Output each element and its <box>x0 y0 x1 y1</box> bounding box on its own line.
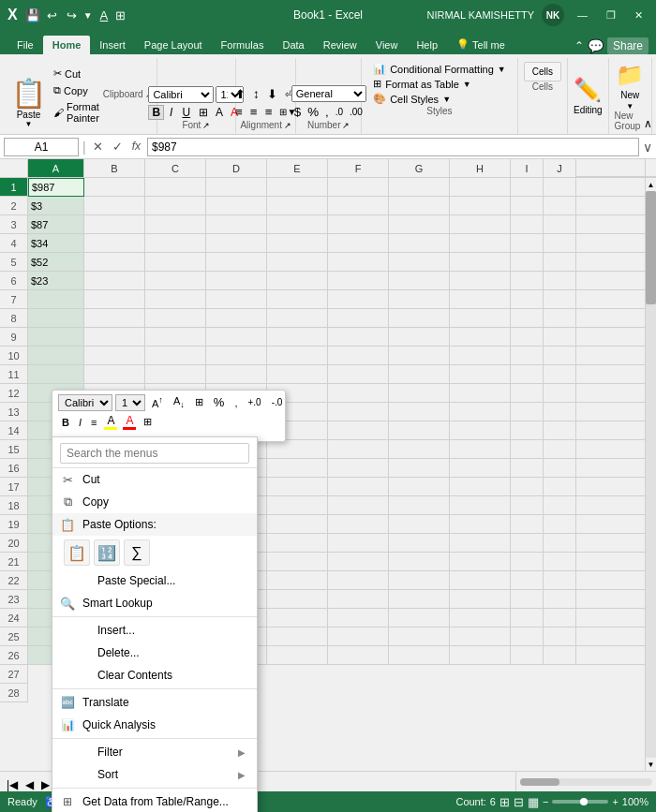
align-bottom-button[interactable]: ⬇ <box>264 86 280 102</box>
comma-button[interactable]: , <box>322 104 332 120</box>
paste-icon-1[interactable]: 📋 <box>64 539 90 566</box>
ctx-get-data-item[interactable]: ⊞ Get Data from Table/Range... <box>52 790 257 812</box>
font-family-select[interactable]: Calibri <box>148 86 214 103</box>
cells-button[interactable]: Cells <box>524 62 561 81</box>
ctx-clear-contents-item[interactable]: Clear Contents <box>52 664 257 687</box>
conditional-formatting-button[interactable]: 📊 Conditional Formatting ▼ <box>369 62 510 76</box>
ribbon-collapse-btn[interactable]: ∧ <box>644 117 652 130</box>
ctx-insert-item[interactable]: Insert... <box>52 619 257 642</box>
tab-page-layout[interactable]: Page Layout <box>135 36 212 54</box>
formula-input[interactable] <box>147 138 639 156</box>
h-scroll-thumb[interactable] <box>520 778 559 786</box>
comments-btn[interactable]: 💬 <box>588 38 604 53</box>
tab-review[interactable]: Review <box>314 36 366 54</box>
percent-button[interactable]: % <box>305 104 321 120</box>
alignment-expand-icon[interactable]: ↗ <box>284 121 291 130</box>
formula-cancel-btn[interactable]: ✕ <box>90 139 106 155</box>
underline-button[interactable]: U <box>178 105 194 120</box>
border-button[interactable]: ⊞ <box>196 105 211 120</box>
formula-expand-btn[interactable]: ∨ <box>643 140 652 155</box>
paste-button[interactable]: 📋 Paste ▼ <box>7 62 50 130</box>
zoom-level[interactable]: 100% <box>622 796 649 807</box>
ctx-translate-item[interactable]: 🔤 Translate <box>52 691 257 714</box>
mini-font-color-btn[interactable]: A <box>121 413 138 431</box>
tab-home[interactable]: Home <box>43 36 91 54</box>
fill-color-button[interactable]: A <box>213 105 226 120</box>
copy-button[interactable]: ⧉ Copy <box>50 82 103 98</box>
mini-comma-btn[interactable]: , <box>231 395 241 410</box>
mini-increase-font-btn[interactable]: A↑ <box>148 393 167 411</box>
grid-icon[interactable]: ⊞ <box>115 8 126 22</box>
paste-icon-2[interactable]: 🔢 <box>94 539 120 566</box>
view-layout-btn[interactable]: ⊟ <box>514 795 524 809</box>
format-as-table-button[interactable]: ⊞ Format as Table ▼ <box>369 77 510 91</box>
number-expand-icon[interactable]: ↗ <box>342 121 350 130</box>
increase-decimal-button[interactable]: .0 <box>333 104 346 120</box>
paste-icon-3[interactable]: ∑ <box>124 539 150 566</box>
mini-bold-btn[interactable]: B <box>58 415 73 430</box>
new-group-arrow-icon[interactable]: ▼ <box>626 102 634 111</box>
tab-view[interactable]: View <box>366 36 408 54</box>
formula-confirm-btn[interactable]: ✓ <box>110 139 126 155</box>
tab-insert[interactable]: Insert <box>90 36 135 54</box>
insert-function-btn[interactable]: fx <box>129 139 143 155</box>
align-middle-button[interactable]: ↕ <box>250 86 262 102</box>
mini-font-select[interactable]: Calibri <box>58 394 112 411</box>
align-left-button[interactable]: ≡ <box>232 104 246 120</box>
currency-button[interactable]: $ <box>291 104 304 120</box>
user-avatar[interactable]: NK <box>542 4 564 26</box>
font-expand-icon[interactable]: ↗ <box>202 121 210 130</box>
ctx-quick-analysis-item[interactable]: 📊 Quick Analysis <box>52 714 257 736</box>
share-btn[interactable]: Share <box>607 37 649 54</box>
sheet-nav-prev-btn[interactable]: ◀ <box>22 778 37 791</box>
align-center-button[interactable]: ≡ <box>247 104 261 120</box>
ctx-delete-item[interactable]: Delete... <box>52 642 257 664</box>
mini-border-btn[interactable]: ⊞ <box>140 414 156 430</box>
paste-arrow[interactable]: ▼ <box>25 120 33 128</box>
ribbon-collapse-btn[interactable]: ⌃ <box>574 39 584 52</box>
mini-italic-btn[interactable]: I <box>75 415 85 430</box>
mini-dec-increase-btn[interactable]: +.0 <box>244 395 264 409</box>
italic-button[interactable]: I <box>166 105 176 120</box>
zoom-slider[interactable] <box>552 800 608 804</box>
bold-button[interactable]: B <box>148 105 164 120</box>
ctx-smart-lookup-item[interactable]: 🔍 Smart Lookup <box>52 592 257 614</box>
close-btn[interactable]: ✕ <box>629 7 649 23</box>
ctx-sort-item[interactable]: Sort ▶ <box>52 763 257 786</box>
search-menus-input[interactable] <box>60 443 249 464</box>
ctx-paste-special-item[interactable]: Paste Special... <box>52 569 257 592</box>
mini-decrease-font-btn[interactable]: A↓ <box>170 393 188 411</box>
view-pagebreak-btn[interactable]: ▦ <box>528 795 539 809</box>
tab-help[interactable]: Help <box>407 36 447 54</box>
format-painter-button[interactable]: 🖌 Format Painter <box>50 99 103 125</box>
view-normal-btn[interactable]: ⊞ <box>499 795 510 809</box>
mini-align-btn[interactable]: ≡ <box>87 415 100 430</box>
zoom-out-btn[interactable]: − <box>543 796 548 807</box>
customize-quick-access-btn[interactable]: ▼ <box>83 10 93 21</box>
ctx-copy-item[interactable]: ⧉ Copy <box>52 491 257 513</box>
sheet-nav-next-btn[interactable]: ▶ <box>38 778 52 791</box>
name-box[interactable] <box>4 138 79 156</box>
text-underline-icon[interactable]: A <box>100 8 109 22</box>
horizontal-scrollbar[interactable] <box>515 771 656 791</box>
number-format-select[interactable]: General <box>291 85 366 102</box>
tab-formulas[interactable]: Formulas <box>212 36 274 54</box>
ctx-filter-item[interactable]: Filter ▶ <box>52 741 257 763</box>
cell-styles-button[interactable]: 🎨 Cell Styles ▼ <box>369 92 510 106</box>
mini-percent-btn[interactable]: % <box>210 393 229 411</box>
align-top-button[interactable]: ⬆ <box>232 86 248 102</box>
restore-btn[interactable]: ❐ <box>601 7 621 23</box>
tab-file[interactable]: File <box>7 36 43 54</box>
sheet-nav-first-btn[interactable]: |◀ <box>4 778 21 791</box>
ctx-cut-item[interactable]: ✂ Cut <box>52 468 257 491</box>
mini-size-select[interactable]: 11 <box>115 394 145 411</box>
align-right-button[interactable]: ≡ <box>262 104 276 120</box>
quick-access-save-icon[interactable]: 💾 <box>25 8 40 22</box>
minimize-btn[interactable]: — <box>572 7 593 22</box>
mini-fill-color-btn[interactable]: A <box>102 413 119 431</box>
tab-data[interactable]: Data <box>273 36 313 54</box>
redo-btn[interactable]: ↪ <box>64 8 80 22</box>
tab-tell-me[interactable]: 💡 Tell me <box>447 35 514 54</box>
h-scroll-track[interactable] <box>520 778 652 786</box>
cut-button[interactable]: ✂ Cut <box>50 66 103 81</box>
